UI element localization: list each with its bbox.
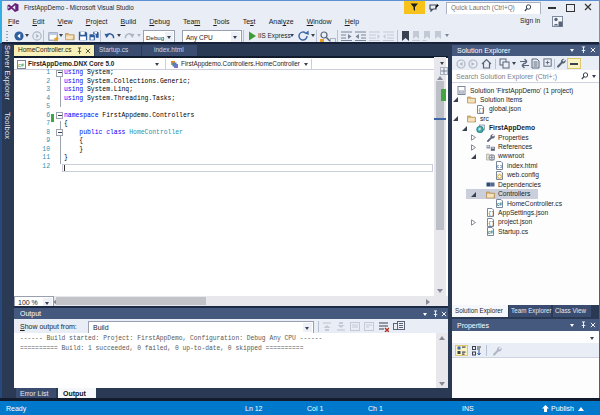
svg-text:{}: {}	[478, 107, 485, 114]
svg-text:c#: c#	[488, 230, 494, 235]
svg-text:{}: {}	[488, 220, 495, 227]
svg-text:#: #	[21, 62, 24, 68]
svg-text:sln: sln	[459, 90, 464, 94]
svg-text:{}: {}	[488, 210, 495, 217]
svg-text:c#: c#	[497, 202, 503, 207]
